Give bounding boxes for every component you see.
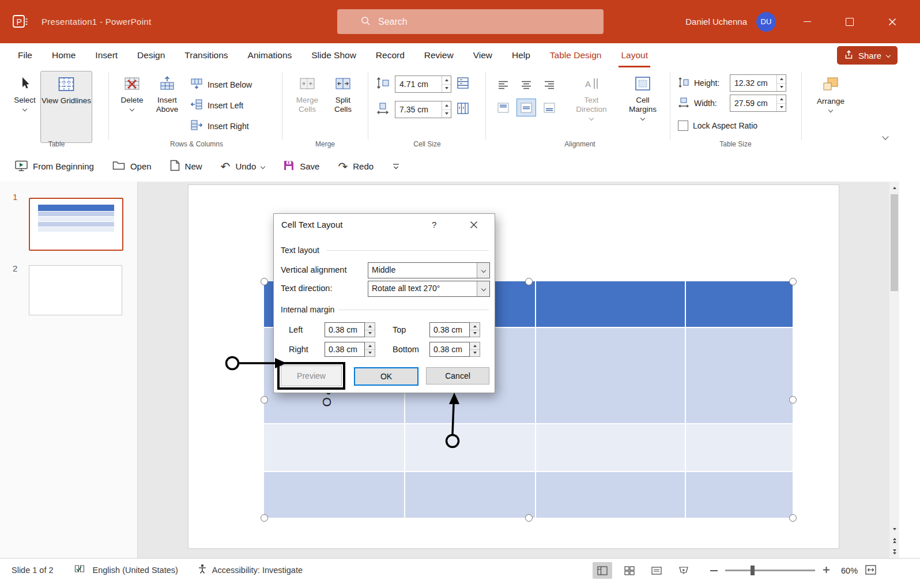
align-bottom-button[interactable]: [540, 99, 559, 116]
selection-handle[interactable]: [789, 514, 797, 522]
table-width-spinner[interactable]: [776, 95, 786, 111]
table-height-input[interactable]: 12.32 cm: [730, 74, 786, 92]
insert-left-button[interactable]: Insert Left: [187, 96, 255, 114]
avatar[interactable]: DU: [756, 12, 776, 32]
scroll-up-button[interactable]: [889, 183, 899, 193]
selection-handle[interactable]: [261, 514, 268, 522]
from-beginning-button[interactable]: From Beginning: [15, 160, 94, 174]
bottom-margin-spinner[interactable]: [470, 342, 480, 357]
zoom-level[interactable]: 60%: [841, 566, 858, 575]
align-top-button[interactable]: [493, 99, 513, 116]
maximize-button[interactable]: [837, 9, 862, 35]
right-margin-input[interactable]: 0.38 cm: [325, 342, 375, 357]
dropdown-arrow-icon[interactable]: [477, 263, 489, 278]
preview-button[interactable]: Preview: [281, 365, 342, 386]
share-button[interactable]: Share: [837, 46, 898, 65]
distribute-columns-icon[interactable]: [457, 102, 469, 117]
tab-record[interactable]: Record: [366, 43, 414, 67]
redo-button[interactable]: ↷ Redo: [338, 161, 374, 172]
cancel-button[interactable]: Cancel: [426, 367, 489, 385]
zoom-in-button[interactable]: [823, 566, 830, 575]
cell-height-spinner[interactable]: [442, 76, 451, 92]
table-row[interactable]: [264, 472, 793, 518]
slide2-thumbnail[interactable]: [29, 265, 122, 315]
slide-sorter-button[interactable]: [620, 562, 639, 579]
selection-handle[interactable]: [789, 278, 797, 285]
open-button[interactable]: Open: [112, 160, 152, 172]
dialog-help-button[interactable]: ?: [432, 220, 436, 229]
left-margin-spinner[interactable]: [365, 322, 375, 337]
customize-toolbar-button[interactable]: [392, 163, 400, 171]
selection-handle[interactable]: [525, 514, 533, 522]
slide-indicator[interactable]: Slide 1 of 2: [12, 566, 54, 575]
scroll-down-button[interactable]: [889, 524, 899, 534]
select-button[interactable]: Select: [9, 71, 40, 142]
insert-right-button[interactable]: Insert Right: [187, 117, 255, 135]
new-button[interactable]: New: [170, 160, 202, 173]
selection-handle[interactable]: [525, 278, 533, 285]
split-cells-button[interactable]: Split Cells: [326, 71, 360, 142]
top-margin-spinner[interactable]: [470, 322, 480, 337]
minimize-button[interactable]: [794, 9, 820, 35]
right-margin-spinner[interactable]: [365, 342, 375, 357]
selection-handle[interactable]: [261, 396, 268, 404]
tab-design[interactable]: Design: [127, 43, 175, 67]
undo-button[interactable]: ↶ Undo: [221, 161, 265, 172]
spell-check-icon[interactable]: [74, 564, 85, 575]
table-width-input[interactable]: 27.59 cm: [730, 95, 786, 112]
ok-button[interactable]: OK: [354, 367, 418, 386]
view-gridlines-button[interactable]: View Gridlines: [40, 71, 92, 143]
tab-animations[interactable]: Animations: [238, 43, 302, 67]
zoom-slider-thumb[interactable]: [751, 566, 755, 575]
normal-view-button[interactable]: [593, 562, 612, 579]
arrange-button[interactable]: Arrange: [808, 71, 853, 142]
left-margin-input[interactable]: 0.38 cm: [325, 322, 375, 337]
tab-review[interactable]: Review: [414, 43, 463, 67]
slide1-thumbnail[interactable]: [29, 198, 123, 251]
tab-layout[interactable]: Layout: [611, 43, 658, 67]
cell-margins-button[interactable]: Cell Margins: [624, 71, 662, 142]
selection-handle[interactable]: [261, 278, 268, 285]
insert-below-button[interactable]: Insert Below: [187, 76, 255, 93]
cell-height-input[interactable]: 4.71 cm: [395, 76, 451, 93]
table-height-spinner[interactable]: [776, 75, 786, 91]
align-center-button[interactable]: [516, 76, 536, 93]
table-row[interactable]: [264, 424, 793, 472]
close-button[interactable]: [880, 9, 905, 35]
tab-slide-show[interactable]: Slide Show: [301, 43, 366, 67]
zoom-slider[interactable]: [725, 570, 815, 571]
vertical-alignment-dropdown[interactable]: Middle: [368, 262, 490, 278]
align-right-button[interactable]: [540, 76, 559, 93]
save-button[interactable]: Save: [283, 160, 319, 173]
slideshow-view-button[interactable]: [674, 562, 693, 579]
fit-slide-to-window-button[interactable]: [865, 565, 876, 576]
align-left-button[interactable]: [493, 76, 513, 93]
center-vertically-button[interactable]: [516, 99, 536, 116]
tab-transitions[interactable]: Transitions: [175, 43, 237, 67]
search-box[interactable]: Search: [337, 9, 604, 34]
selection-handle[interactable]: [789, 396, 797, 404]
dialog-close-button[interactable]: [467, 219, 480, 231]
cell-text-layout-dialog[interactable]: Cell Text Layout ? Text layout Vertical …: [273, 213, 495, 393]
vertical-scrollbar[interactable]: [889, 182, 899, 558]
language-indicator[interactable]: English (United States): [93, 566, 178, 575]
account-area[interactable]: Daniel Uchenna DU: [685, 0, 776, 43]
tab-home[interactable]: Home: [42, 43, 85, 67]
tab-insert[interactable]: Insert: [85, 43, 127, 67]
lock-aspect-ratio-checkbox[interactable]: [678, 120, 688, 131]
insert-above-button[interactable]: Insert Above: [149, 71, 186, 142]
text-direction-dropdown[interactable]: Rotate all text 270°: [368, 281, 490, 297]
collapse-ribbon-icon[interactable]: [882, 133, 888, 140]
tab-view[interactable]: View: [463, 43, 502, 67]
zoom-out-button[interactable]: [710, 570, 718, 571]
scrollbar-thumb[interactable]: [891, 194, 898, 291]
distribute-rows-icon[interactable]: [457, 77, 469, 92]
tab-table-design[interactable]: Table Design: [540, 43, 612, 67]
cell-width-input[interactable]: 7.35 cm: [395, 101, 451, 118]
reading-view-button[interactable]: [647, 562, 666, 579]
bottom-margin-input[interactable]: 0.38 cm: [429, 342, 480, 357]
dropdown-arrow-icon[interactable]: [477, 281, 489, 296]
next-slide-button[interactable]: [889, 547, 899, 557]
tab-help[interactable]: Help: [502, 43, 540, 67]
top-margin-input[interactable]: 0.38 cm: [429, 322, 480, 337]
